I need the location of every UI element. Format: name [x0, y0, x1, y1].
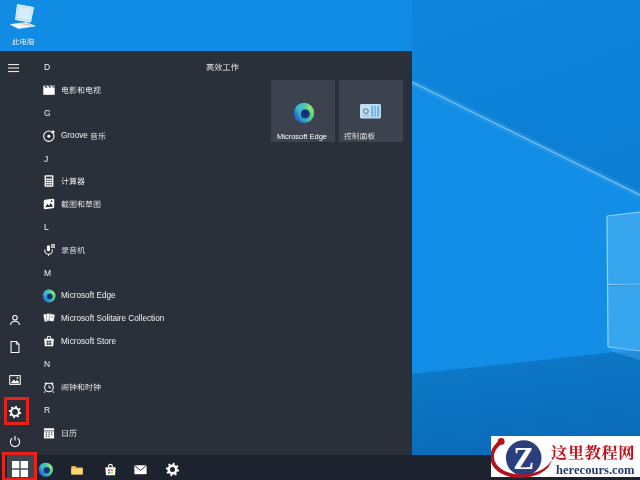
svg-text:Z: Z: [513, 441, 534, 476]
